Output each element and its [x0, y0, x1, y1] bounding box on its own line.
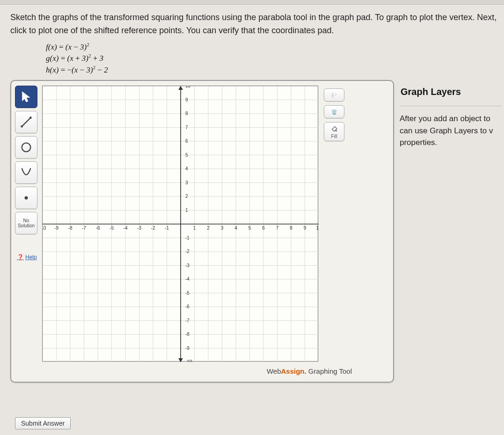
graph-pad: No Solution ❓ Help -10-9-8-7-6-5-4-3-2-1…: [10, 80, 394, 383]
point-tool[interactable]: [15, 187, 37, 209]
pointer-tool[interactable]: [15, 86, 37, 108]
help-link[interactable]: ❓ Help: [17, 254, 40, 261]
formula-g: g(x) = (x + 3)2 + 3: [46, 52, 501, 64]
tool-palette: No Solution ❓ Help: [15, 86, 42, 362]
svg-text:4: 4: [185, 166, 188, 171]
svg-text:-8: -8: [185, 332, 190, 337]
action-button-1[interactable]: 🏳️: [324, 88, 344, 102]
layers-body: After you add an object to can use Graph…: [400, 106, 501, 149]
help-icon: ❓: [17, 254, 24, 261]
svg-text:-4: -4: [185, 276, 190, 282]
svg-text:7: 7: [185, 125, 188, 130]
svg-marker-48: [178, 86, 183, 90]
graph-canvas[interactable]: -10-9-8-7-6-5-4-3-2-112345678910-10-9-8-…: [42, 86, 318, 362]
svg-text:-8: -8: [68, 225, 73, 231]
svg-text:7: 7: [276, 225, 279, 231]
fill-button[interactable]: Fill: [324, 122, 344, 141]
svg-text:-6: -6: [185, 304, 190, 309]
svg-text:9: 9: [304, 225, 307, 231]
formula-block: f(x) = (x − 3)2 g(x) = (x + 3)2 + 3 h(x)…: [46, 41, 501, 75]
svg-text:2: 2: [207, 225, 210, 231]
instruction-text: Sketch the graphs of the transformed squ…: [10, 11, 501, 37]
svg-text:-7: -7: [82, 225, 86, 231]
line-tool[interactable]: [15, 111, 37, 133]
svg-text:1: 1: [193, 225, 196, 231]
svg-text:1: 1: [185, 208, 188, 213]
fill-button-label: Fill: [331, 134, 337, 139]
no-solution-button[interactable]: No Solution: [15, 212, 37, 234]
trash-icon: 🗑️: [329, 108, 339, 116]
svg-text:2: 2: [185, 194, 188, 199]
svg-text:-9: -9: [54, 225, 58, 231]
svg-text:-3: -3: [185, 263, 190, 268]
svg-text:-1: -1: [165, 225, 169, 231]
svg-text:10: 10: [185, 86, 191, 88]
layers-panel: Graph Layers After you add an object to …: [400, 80, 501, 149]
svg-point-2: [22, 143, 31, 152]
svg-text:3: 3: [221, 225, 224, 231]
svg-text:-9: -9: [185, 346, 190, 351]
submit-button[interactable]: Submit Answer: [15, 417, 71, 429]
parabola-tool[interactable]: [15, 161, 37, 184]
svg-text:-10: -10: [43, 225, 46, 231]
formula-f: f(x) = (x − 3)2: [46, 41, 501, 52]
svg-text:-3: -3: [137, 225, 141, 231]
svg-point-1: [29, 116, 32, 119]
layers-title: Graph Layers: [401, 87, 501, 97]
svg-text:-2: -2: [185, 249, 190, 254]
svg-text:-4: -4: [124, 225, 128, 231]
svg-text:8: 8: [290, 225, 292, 231]
svg-text:10: 10: [316, 225, 319, 231]
svg-text:3: 3: [185, 180, 188, 185]
svg-text:5: 5: [185, 152, 188, 158]
svg-text:8: 8: [185, 111, 188, 116]
brand-footer: WebAssign. Graphing Tool: [15, 362, 389, 378]
svg-text:-5: -5: [185, 290, 190, 296]
fill-icon: [329, 124, 339, 133]
svg-text:9: 9: [185, 97, 188, 102]
svg-marker-49: [178, 358, 183, 362]
svg-text:-7: -7: [185, 318, 190, 323]
right-toolbar: 🏳️ 🗑️ Fill: [318, 86, 344, 362]
circle-tool[interactable]: [15, 136, 37, 159]
action-button-2[interactable]: 🗑️: [324, 105, 344, 118]
svg-text:6: 6: [262, 225, 265, 231]
svg-text:5: 5: [248, 225, 251, 231]
svg-text:-6: -6: [96, 225, 100, 231]
svg-text:6: 6: [185, 138, 188, 144]
svg-point-90: [336, 130, 337, 131]
svg-point-0: [21, 125, 23, 128]
svg-text:-2: -2: [151, 225, 155, 231]
svg-point-3: [25, 196, 28, 200]
svg-text:-10: -10: [185, 359, 192, 362]
svg-text:4: 4: [234, 225, 237, 231]
formula-h: h(x) = −(x − 3)2 − 2: [46, 64, 501, 75]
help-link-label: Help: [25, 254, 37, 261]
svg-text:-5: -5: [110, 225, 114, 231]
svg-text:-1: -1: [185, 235, 190, 240]
flag-icon: 🏳️: [329, 91, 339, 99]
